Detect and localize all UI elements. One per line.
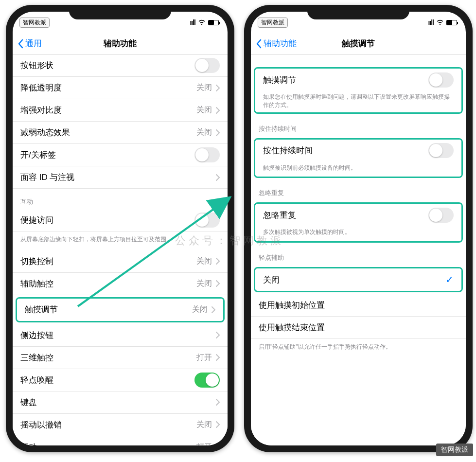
reachability-footer: 从屏幕底部边缘向下轻扫，将屏幕上方项目拉至可及范围。 (13, 231, 228, 250)
section-header-hold: 按住持续时间 (251, 116, 466, 136)
chevron-right-icon (216, 174, 220, 181)
tapassist-footer: 启用"轻点辅助"以允许任一手指手势执行轻点动作。 (251, 339, 466, 358)
row-touch-accommodations[interactable]: 触摸调节 关闭 (17, 299, 223, 321)
row-faceid-attention[interactable]: 面容 ID 与注视 (13, 166, 228, 189)
chevron-right-icon (216, 421, 220, 428)
status-icons: ııll (190, 18, 219, 26)
carrier-badge: 智网教派 (19, 18, 50, 28)
section-header-tapassist: 轻点辅助 (251, 245, 466, 265)
nav-bar: 通用 辅助功能 (13, 33, 228, 54)
chevron-right-icon (216, 399, 220, 406)
row-tap-to-wake[interactable]: 轻点唤醒 (13, 369, 228, 391)
row-label: 关闭 (263, 274, 445, 285)
row-label: 忽略重复 (263, 210, 428, 221)
row-label: 轻点唤醒 (20, 374, 194, 386)
hold-duration-footer: 触摸被识别前必须触摸设备的时间。 (255, 162, 461, 177)
row-label: 触摸调节 (25, 304, 192, 315)
row-label: 使用触摸初始位置 (259, 300, 458, 311)
screen-left: 智网教派 ııll 通用 辅助功能 按钮形状 降低透明度 (13, 12, 228, 445)
row-label: 三维触控 (20, 352, 196, 363)
highlight-hold-duration: 按住持续时间 触摸被识别前必须触摸设备的时间。 (254, 138, 463, 178)
page-title: 辅助功能 (13, 38, 228, 49)
highlight-off: 关闭 ✓ (254, 267, 463, 292)
row-reduce-transparency[interactable]: 降低透明度 关闭 (13, 77, 228, 99)
row-3d-touch[interactable]: 三维触控 打开 (13, 347, 228, 369)
toggle-hold-duration[interactable] (428, 143, 454, 158)
toggle-reachability[interactable] (194, 213, 220, 228)
row-label: 开/关标签 (20, 149, 194, 160)
row-label: 侧边按钮 (20, 330, 212, 341)
status-icons: ııll (428, 18, 457, 26)
row-onoff-labels[interactable]: 开/关标签 (13, 144, 228, 166)
back-label: 通用 (25, 38, 42, 49)
row-label: 按钮形状 (20, 60, 194, 71)
row-vibration[interactable]: 振动 打开 (13, 436, 228, 445)
chevron-right-icon (216, 258, 220, 265)
toggle-ignore-repeat[interactable] (428, 208, 454, 223)
ignore-repeat-footer: 多次触摸被视为单次触摸的时间。 (255, 226, 461, 241)
notch (69, 5, 171, 19)
row-value: 关闭 (196, 127, 212, 138)
row-label: 切换控制 (20, 256, 196, 267)
row-side-button[interactable]: 侧边按钮 (13, 324, 228, 347)
row-reachability[interactable]: 便捷访问 (13, 209, 228, 231)
chevron-right-icon (212, 306, 215, 313)
row-label: 键盘 (20, 397, 212, 408)
row-tapassist-off[interactable]: 关闭 ✓ (255, 268, 461, 291)
highlight-touch-accom: 触摸调节 关闭 (16, 297, 225, 322)
row-reduce-motion[interactable]: 减弱动态效果 关闭 (13, 122, 228, 144)
phone-right: 智网教派 ııll 辅助功能 触摸调节 触摸调节 (244, 5, 473, 452)
notch (307, 5, 409, 19)
row-label: 面容 ID 与注视 (20, 172, 212, 183)
touch-accom-footer: 如果您在使用触摸屏时遇到问题，请调整以下设置来更改屏幕响应触摸操作的方式。 (255, 91, 461, 112)
row-value: 打开 (196, 353, 212, 363)
row-shake-undo[interactable]: 摇动以撤销 关闭 (13, 414, 228, 436)
signal-icon: ııll (190, 18, 195, 26)
chevron-right-icon (216, 332, 220, 338)
highlight-touch-accom: 触摸调节 如果您在使用触摸屏时遇到问题，请调整以下设置来更改屏幕响应触摸操作的方… (254, 67, 463, 114)
chevron-right-icon (216, 85, 220, 91)
row-button-shapes[interactable]: 按钮形状 (13, 54, 228, 77)
signal-icon: ııll (428, 18, 434, 26)
row-label: 触摸调节 (263, 74, 428, 86)
nav-bar: 辅助功能 触摸调节 (251, 33, 466, 54)
checkmark-icon: ✓ (445, 274, 454, 285)
section-header-interaction: 互动 (13, 189, 228, 209)
back-button[interactable]: 通用 (13, 38, 42, 49)
carrier-badge: 智网教派 (258, 18, 288, 28)
row-value: 关闭 (196, 420, 212, 430)
row-keyboard[interactable]: 键盘 (13, 391, 228, 414)
row-switch-control[interactable]: 切换控制 关闭 (13, 250, 228, 273)
content-right: 触摸调节 如果您在使用触摸屏时遇到问题，请调整以下设置来更改屏幕响应触摸操作的方… (251, 54, 466, 445)
row-assistive-touch[interactable]: 辅助触控 关闭 (13, 273, 228, 295)
row-use-final[interactable]: 使用触摸结束位置 (251, 317, 466, 339)
back-button[interactable]: 辅助功能 (251, 38, 297, 49)
chevron-right-icon (216, 129, 220, 136)
row-label: 振动 (20, 442, 196, 445)
wifi-icon (436, 18, 444, 26)
corner-badge: 智网教派 (436, 444, 473, 456)
screen-right: 智网教派 ııll 辅助功能 触摸调节 触摸调节 (251, 12, 466, 445)
chevron-right-icon (216, 354, 220, 361)
chevron-right-icon (216, 280, 220, 287)
row-value: 关闭 (196, 279, 212, 289)
toggle-touch-accom[interactable] (428, 72, 454, 88)
row-label: 便捷访问 (20, 214, 194, 226)
chevron-left-icon (256, 39, 262, 49)
row-hold-duration[interactable]: 按住持续时间 (255, 140, 461, 162)
row-ignore-repeat[interactable]: 忽略重复 (255, 204, 461, 226)
row-label: 增强对比度 (20, 105, 196, 116)
row-increase-contrast[interactable]: 增强对比度 关闭 (13, 99, 228, 122)
row-value: 关闭 (196, 83, 212, 93)
row-label: 摇动以撤销 (20, 419, 196, 430)
row-label: 使用触摸结束位置 (259, 322, 458, 333)
row-use-initial[interactable]: 使用触摸初始位置 (251, 294, 466, 317)
toggle-tap-to-wake[interactable] (194, 373, 220, 388)
battery-icon (446, 20, 457, 25)
row-value: 打开 (196, 442, 212, 445)
phone-left: 智网教派 ııll 通用 辅助功能 按钮形状 降低透明度 (6, 5, 234, 452)
row-label: 按住持续时间 (263, 145, 428, 156)
row-touch-accom-toggle[interactable]: 触摸调节 (255, 69, 461, 91)
toggle-onoff-labels[interactable] (194, 147, 220, 162)
toggle-button-shapes[interactable] (194, 58, 220, 73)
